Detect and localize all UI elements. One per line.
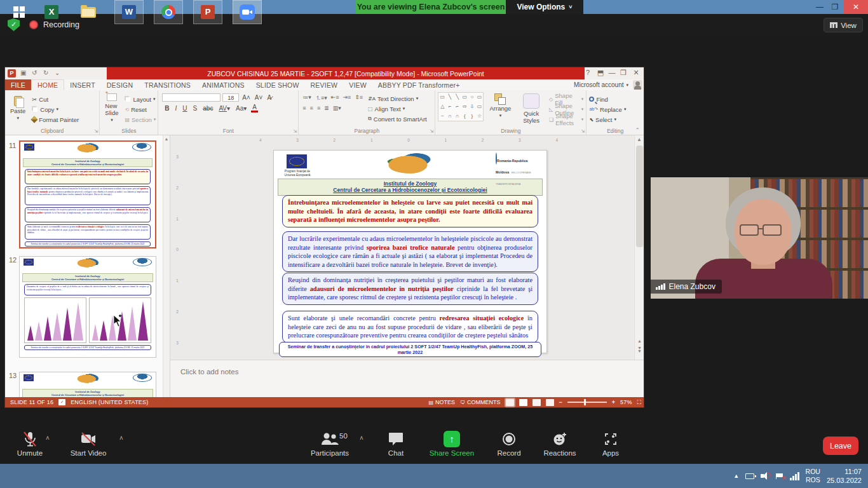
notes-toggle[interactable]: ▤ NOTES <box>428 399 455 405</box>
font-dialog-launcher[interactable]: ⇲ <box>293 129 297 134</box>
undo-icon[interactable]: ↺ <box>32 69 37 76</box>
ribbon-tab[interactable]: REVIEW <box>305 79 344 90</box>
scroll-up-icon[interactable]: ▲ <box>163 135 170 141</box>
format-painter-button[interactable]: Format Painter <box>32 115 79 124</box>
maximize-icon[interactable]: ❐ <box>827 0 843 14</box>
clear-formatting-icon[interactable]: A̷ <box>266 94 273 101</box>
scroll-up-icon[interactable]: ▲ <box>635 135 644 142</box>
view-options-button[interactable]: View Options ˅ <box>506 0 583 14</box>
slide-textbox-4[interactable]: Sunt elaborate şi unele recomandări conc… <box>282 311 538 343</box>
slide-sorter-icon[interactable] <box>519 399 527 406</box>
text-direction-button[interactable]: ⇵AText Direction▾ <box>368 94 427 103</box>
slide-footer[interactable]: Seminar de transfer a cunoştinţelor în c… <box>279 342 541 357</box>
numbering-icon[interactable]: ⒈≡▾ <box>315 94 327 102</box>
start-button[interactable] <box>5 0 33 24</box>
taskbar-clock[interactable]: 11:0725.03.2022 <box>827 467 862 485</box>
mic-options-chevron[interactable]: ˄ <box>46 435 50 442</box>
apps-button[interactable]: Apps <box>586 431 635 457</box>
change-case-icon[interactable]: Aa▾ <box>234 105 248 112</box>
underline-button[interactable]: U <box>181 105 188 112</box>
language-indicator[interactable]: ROUROS <box>806 468 820 484</box>
zoom-slider[interactable] <box>567 402 607 403</box>
start-video-button[interactable]: Start Video <box>64 431 113 457</box>
increase-indent-icon[interactable]: ⇥≡ <box>342 94 351 102</box>
speaker-muted-icon[interactable] <box>761 472 770 480</box>
replace-button[interactable]: ab↷Replace▾ <box>589 105 641 114</box>
thumbnail-slide-11[interactable]: Institutul de ZoologyCentrul de Cercetar… <box>19 140 156 248</box>
ribbon-tab[interactable]: ABBYY PDF Transformer+ <box>372 79 466 90</box>
redo-icon[interactable]: ↻ <box>43 69 48 76</box>
notes-pane[interactable]: Click to add notes <box>170 360 644 397</box>
save-icon[interactable]: ▣ <box>20 69 26 76</box>
battery-icon[interactable] <box>745 473 754 479</box>
font-size-select[interactable]: 18 <box>222 93 239 102</box>
quick-access-customize-icon[interactable]: ⌄ <box>55 69 60 76</box>
find-button[interactable]: Find <box>589 95 641 104</box>
reset-button[interactable]: ⟲Reset <box>125 105 156 114</box>
ribbon-tab[interactable]: TRANSITIONS <box>139 79 196 90</box>
bold-button[interactable]: B <box>163 105 170 112</box>
slide-11[interactable]: Program finanţat de Uniunea Europeană Ro… <box>273 150 547 353</box>
ppt-close-icon[interactable]: ✕ <box>630 69 642 77</box>
ribbon-tab[interactable]: FILE <box>5 79 31 90</box>
new-slide-button[interactable]: New Slide▾ <box>102 92 121 124</box>
next-slide-icon[interactable]: ▼▼ <box>635 346 644 353</box>
cut-button[interactable]: ✂Cut <box>32 95 79 104</box>
thumbnail-slide-13[interactable]: Institutul de ZoologyCentrul de Cercetar… <box>19 372 156 397</box>
share-screen-button[interactable]: ↑ Share Screen <box>427 431 477 457</box>
decrease-indent-icon[interactable]: ⇤≡ <box>331 94 339 102</box>
chat-button[interactable]: Chat <box>371 431 421 457</box>
ribbon-tab[interactable]: SLIDE SHOW <box>250 79 305 90</box>
italic-button[interactable]: I <box>174 105 179 112</box>
comments-toggle[interactable]: 🗨 COMMENTS <box>460 399 501 405</box>
zoom-level[interactable]: 57% <box>620 399 632 405</box>
leave-button[interactable]: Leave <box>823 437 858 455</box>
reading-view-icon[interactable] <box>532 399 541 406</box>
taskbar-chrome[interactable] <box>154 0 183 24</box>
taskbar-word[interactable]: W <box>114 0 144 24</box>
paragraph-dialog-launcher[interactable]: ⇲ <box>430 129 434 134</box>
previous-slide-icon[interactable]: ▲ <box>635 339 644 343</box>
taskbar-powerpoint[interactable]: P <box>193 0 222 24</box>
ribbon-tab[interactable]: VIEW <box>343 79 372 90</box>
account-avatar[interactable] <box>633 80 642 90</box>
convert-smartart-button[interactable]: ⧉Convert to SmartArt <box>368 114 427 123</box>
align-text-button[interactable]: ⬚Align Text▾ <box>368 104 427 113</box>
network-signal-icon[interactable] <box>790 472 799 480</box>
normal-view-icon[interactable] <box>506 399 514 406</box>
ribbon-tab[interactable]: DESIGN <box>101 79 139 90</box>
bullets-icon[interactable]: ≔▾ <box>302 94 311 102</box>
align-center-icon[interactable]: ≡ <box>310 105 313 111</box>
ppt-restore-icon[interactable]: ❐ <box>617 69 630 77</box>
slide-textbox-2[interactable]: Dar lucrările experimentale cu adaus mic… <box>282 231 538 272</box>
help-icon[interactable]: ? <box>581 69 594 76</box>
ribbon-display-icon[interactable]: ⬒ <box>594 69 607 77</box>
arrange-button[interactable]: Arrange▾ <box>487 92 513 119</box>
strikethrough-button[interactable]: abc <box>201 105 214 112</box>
align-right-icon[interactable]: ≡ <box>317 105 320 111</box>
collapse-ribbon-icon[interactable]: ⌃ <box>635 127 640 133</box>
thumbnail-scrollbar[interactable]: ▲ <box>163 135 170 397</box>
ribbon-tab[interactable]: ANIMATIONS <box>196 79 250 90</box>
canvas-scrollbar[interactable]: ▲ ▲ ▼▼ <box>634 135 644 360</box>
shadow-button[interactable]: S <box>192 105 199 112</box>
copy-button[interactable]: Copy▾ <box>32 105 79 114</box>
microsoft-account[interactable]: Microsoft account▾ <box>574 79 628 90</box>
drawing-dialog-launcher[interactable]: ⇲ <box>581 129 585 134</box>
ribbon-tab[interactable]: HOME <box>31 79 64 90</box>
spellcheck-icon[interactable]: ✓ <box>58 399 65 405</box>
slide-textbox-1[interactable]: Întrebuinţarea microelementelor în heleş… <box>282 195 538 227</box>
gallery-view-button[interactable]: View <box>824 18 863 32</box>
record-button[interactable]: Record <box>484 431 534 457</box>
ribbon-tab[interactable]: INSERT <box>64 79 101 90</box>
shapes-gallery[interactable]: ▭╲╲▭○▭ △⌐⌐⇨⇩▭ ~∩∩{}☆ <box>438 92 484 121</box>
quick-styles-button[interactable]: Quick Styles <box>517 92 546 125</box>
shape-effects-button[interactable]: ❏Shape Effects▾ <box>549 115 583 124</box>
close-icon[interactable]: ✕ <box>844 0 868 14</box>
taskbar-explorer[interactable] <box>74 0 103 24</box>
zoom-out-icon[interactable]: − <box>559 399 562 405</box>
taskbar-excel[interactable]: X <box>38 0 65 24</box>
language-indicator[interactable]: ENGLISH (UNITED STATES) <box>71 399 148 405</box>
align-left-icon[interactable]: ≡ <box>302 105 306 111</box>
justify-icon[interactable]: ≣ <box>324 105 329 111</box>
